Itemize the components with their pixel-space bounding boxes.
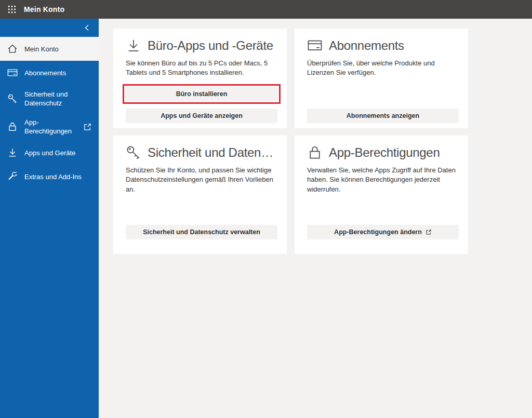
sidebar-item-mein-konto[interactable]: Mein Konto xyxy=(0,37,99,61)
button-label: App-Berechtigungen ändern xyxy=(334,228,422,236)
sidebar-item-extras-und-add-ins[interactable]: Extras und Add-Ins xyxy=(0,165,99,188)
external-link-icon xyxy=(425,229,432,235)
sidebar: Mein Konto Abonnements Sicherheit und Da… xyxy=(0,19,99,418)
card-actions: App-Berechtigungen ändern xyxy=(307,225,459,239)
topbar: Mein Konto xyxy=(0,0,532,19)
card-header: App-Berechtigungen xyxy=(307,145,459,160)
sidebar-item-apps-und-geraete[interactable]: Apps und Geräte xyxy=(0,141,99,165)
app-launcher-button[interactable] xyxy=(0,0,24,19)
cards-grid: Büro-Apps und -Geräte Sie können Büro au… xyxy=(113,29,468,254)
card-header: Büro-Apps und -Geräte xyxy=(126,38,277,53)
sidebar-item-label: Sicherheit und Datenschutz xyxy=(24,90,99,107)
card-title: Büro-Apps und -Geräte xyxy=(148,38,273,53)
card-sicherheit-und-datenschutz: Sicherheit und Datensc... Schützen Sie I… xyxy=(113,136,287,254)
card-actions: Abonnements anzeigen xyxy=(307,109,459,123)
card-description: Verwalten Sie, welche Apps Zugriff auf I… xyxy=(307,166,459,194)
key-icon xyxy=(7,93,18,104)
external-link-icon xyxy=(83,123,92,131)
sidebar-item-sicherheit-und-datenschutz[interactable]: Sicherheit und Datenschutz xyxy=(0,85,99,113)
key-icon xyxy=(126,145,141,160)
sidebar-collapse-button[interactable] xyxy=(0,19,99,37)
view-subscriptions-button[interactable]: Abonnements anzeigen xyxy=(307,109,459,123)
card-description: Schützen Sie Ihr Konto, und passen Sie w… xyxy=(126,166,277,194)
card-title: Sicherheit und Datensc... xyxy=(148,145,277,160)
sidebar-item-label: Abonnements xyxy=(24,69,66,77)
card-app-berechtigungen: App-Berechtigungen Verwalten Sie, welche… xyxy=(295,136,468,254)
card-title: App-Berechtigungen xyxy=(329,145,440,160)
wrench-icon xyxy=(7,171,18,182)
card-actions: Büro installieren Apps und Geräte anzeig… xyxy=(126,84,277,123)
sidebar-item-label: Apps und Geräte xyxy=(24,149,75,157)
card-buero-apps-und-geraete: Büro-Apps und -Geräte Sie können Büro au… xyxy=(113,29,287,128)
main-content: Büro-Apps und -Geräte Sie können Büro au… xyxy=(99,19,532,418)
manage-security-privacy-button[interactable]: Sicherheit und Datenschutz verwalten xyxy=(126,225,277,239)
waffle-icon xyxy=(8,6,16,13)
lock-icon xyxy=(307,145,323,160)
sidebar-item-label: Mein Konto xyxy=(24,45,59,53)
home-icon xyxy=(7,44,18,54)
download-icon xyxy=(7,147,18,158)
annotation-highlight-box: Büro installieren xyxy=(123,84,281,104)
card-header: Sicherheit und Datensc... xyxy=(126,145,277,160)
page-title: Mein Konto xyxy=(24,5,64,14)
credit-card-icon xyxy=(307,38,323,53)
card-actions: Sicherheit und Datenschutz verwalten xyxy=(126,225,277,239)
install-office-button[interactable]: Büro installieren xyxy=(125,87,278,101)
lock-icon xyxy=(7,122,18,132)
card-abonnements: Abonnements Überprüfen Sie, über welche … xyxy=(295,29,468,128)
credit-card-icon xyxy=(7,68,18,78)
card-title: Abonnements xyxy=(329,38,404,53)
sidebar-item-app-berechtigungen[interactable]: App-Berechtigungen xyxy=(0,113,99,141)
chevron-left-icon xyxy=(84,24,90,32)
card-description: Überprüfen Sie, über welche Produkte und… xyxy=(307,59,459,78)
card-description: Sie können Büro auf bis zu 5 PCs oder Ma… xyxy=(126,59,277,78)
card-header: Abonnements xyxy=(307,38,459,53)
change-app-permissions-button[interactable]: App-Berechtigungen ändern xyxy=(307,225,459,239)
sidebar-item-label: App-Berechtigungen xyxy=(24,118,76,136)
download-icon xyxy=(126,38,141,53)
view-apps-devices-button[interactable]: Apps und Geräte anzeigen xyxy=(126,109,277,123)
sidebar-item-abonnements[interactable]: Abonnements xyxy=(0,61,99,85)
sidebar-item-label: Extras und Add-Ins xyxy=(24,172,82,181)
